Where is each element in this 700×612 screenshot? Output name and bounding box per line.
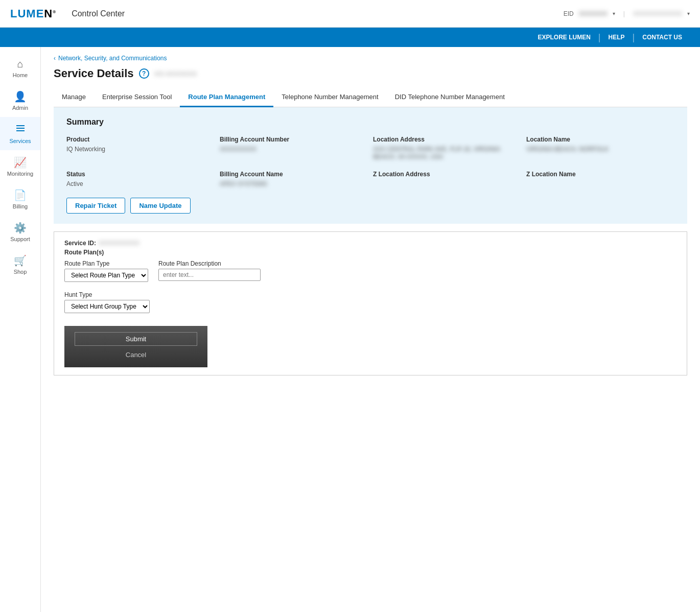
eid-label: EID bbox=[564, 10, 574, 17]
service-id-label: Service ID: bbox=[64, 240, 96, 247]
summary-grid: Product IQ Networking Billing Account Nu… bbox=[66, 136, 674, 187]
billing-icon: 📄 bbox=[14, 189, 27, 201]
status-label: Status bbox=[66, 171, 215, 178]
app-title: Control Center bbox=[72, 9, 125, 18]
summary-field-status: Status Active bbox=[66, 171, 215, 187]
page-title-row: Service Details ? VO-XXXXXXX bbox=[54, 67, 687, 80]
top-header: LUMEN® Control Center EID XXXXXXX ▾ | XX… bbox=[0, 0, 700, 28]
billing-account-name-value: APEX SYSTEMS bbox=[220, 180, 267, 187]
svg-rect-1 bbox=[16, 128, 25, 129]
summary-field-z-location-address: Z Location Address bbox=[373, 171, 521, 187]
billing-account-name-label: Billing Account Name bbox=[220, 171, 368, 178]
route-plan-description-input[interactable] bbox=[158, 269, 261, 281]
submit-cancel-area: Submit Cancel bbox=[64, 326, 207, 367]
help-icon[interactable]: ? bbox=[139, 68, 149, 79]
summary-field-billing-account-name: Billing Account Name APEX SYSTEMS bbox=[220, 171, 368, 187]
repair-ticket-button[interactable]: Repair Ticket bbox=[66, 198, 125, 214]
vo-id: VO-XXXXXXX bbox=[154, 70, 197, 78]
billing-account-number-value: XXXXXXXXX bbox=[220, 146, 256, 153]
summary-buttons: Repair Ticket Name Update bbox=[66, 198, 674, 214]
shop-icon: 🛒 bbox=[14, 254, 27, 267]
svg-rect-2 bbox=[16, 130, 25, 131]
sidebar-item-support[interactable]: ⚙️ Support bbox=[0, 216, 40, 248]
summary-field-location-address: Location Address XXX CENTRAL PARK AVE, F… bbox=[373, 136, 521, 160]
svg-rect-0 bbox=[16, 125, 25, 126]
sidebar-item-services[interactable]: Services bbox=[0, 117, 40, 150]
eid-dropdown-icon[interactable]: ▾ bbox=[613, 11, 615, 16]
home-icon: ⌂ bbox=[17, 58, 23, 70]
breadcrumb[interactable]: ‹ Network, Security, and Communications bbox=[54, 55, 687, 62]
tab-route-plan-management[interactable]: Route Plan Management bbox=[180, 88, 273, 107]
billing-account-number-label: Billing Account Number bbox=[220, 136, 368, 143]
sidebar-label-shop: Shop bbox=[14, 269, 27, 275]
sidebar-label-home: Home bbox=[13, 72, 28, 78]
tab-manage[interactable]: Manage bbox=[54, 88, 94, 107]
summary-title: Summary bbox=[66, 117, 674, 127]
route-plans-label: Route Plan(s) bbox=[64, 249, 676, 256]
sidebar-item-home[interactable]: ⌂ Home bbox=[0, 52, 40, 84]
breadcrumb-text: Network, Security, and Communications bbox=[58, 55, 167, 62]
service-id-value: XXXXXXXXXX bbox=[99, 240, 139, 247]
sidebar-label-services: Services bbox=[9, 138, 31, 144]
tab-enterprise-session-tool[interactable]: Enterprise Session Tool bbox=[94, 88, 180, 107]
sidebar-item-shop[interactable]: 🛒 Shop bbox=[0, 248, 40, 281]
product-value: IQ Networking bbox=[66, 146, 105, 153]
header-right: EID XXXXXXX ▾ | XXXXXXXXXXXX ▾ bbox=[564, 10, 690, 17]
tab-did-telephone-number-management[interactable]: DID Telephone Number Management bbox=[387, 88, 513, 107]
location-name-value: VIRGINIA BEACH, NORFOLK bbox=[526, 146, 609, 153]
sidebar-label-support: Support bbox=[10, 236, 30, 242]
help-link[interactable]: HELP bbox=[601, 28, 633, 47]
product-label: Product bbox=[66, 136, 215, 143]
explore-lumen-link[interactable]: EXPLORE LUMEN bbox=[530, 28, 598, 47]
name-update-button[interactable]: Name Update bbox=[130, 198, 190, 214]
breadcrumb-arrow: ‹ bbox=[54, 55, 56, 62]
summary-field-product: Product IQ Networking bbox=[66, 136, 215, 160]
sidebar-label-monitoring: Monitoring bbox=[7, 171, 33, 177]
z-location-name-label: Z Location Name bbox=[526, 171, 674, 178]
main-layout: ⌂ Home 👤 Admin Services 📈 Monitoring 📄 B… bbox=[0, 47, 700, 612]
summary-field-location-name: Location Name VIRGINIA BEACH, NORFOLK bbox=[526, 136, 674, 160]
monitoring-icon: 📈 bbox=[14, 156, 27, 169]
sidebar-label-admin: Admin bbox=[12, 105, 28, 111]
route-plan-description-label: Route Plan Description bbox=[158, 260, 261, 267]
hunt-type-label: Hunt Type bbox=[64, 291, 676, 298]
location-address-label: Location Address bbox=[373, 136, 521, 143]
sidebar-item-monitoring[interactable]: 📈 Monitoring bbox=[0, 150, 40, 183]
location-address-value: XXX CENTRAL PARK AVE, FLR 16, VIRGINIA B… bbox=[373, 146, 500, 160]
cancel-button[interactable]: Cancel bbox=[75, 348, 197, 361]
logo: LUMEN® bbox=[10, 7, 56, 20]
submit-button[interactable]: Submit bbox=[75, 332, 197, 346]
contact-us-link[interactable]: CONTACT US bbox=[635, 28, 690, 47]
service-id-row: Service ID: XXXXXXXXXX bbox=[64, 240, 676, 247]
content-area: ‹ Network, Security, and Communications … bbox=[41, 47, 700, 612]
tab-telephone-number-management[interactable]: Telephone Number Management bbox=[273, 88, 386, 107]
status-value: Active bbox=[66, 180, 83, 187]
location-name-label: Location Name bbox=[526, 136, 674, 143]
form-inline-route-plan: Route Plan Type Select Route Plan Type S… bbox=[64, 260, 676, 287]
sidebar-label-billing: Billing bbox=[13, 203, 28, 209]
support-icon: ⚙️ bbox=[14, 222, 27, 234]
route-plan-type-field: Route Plan Type Select Route Plan Type S… bbox=[64, 260, 148, 282]
sidebar-item-admin[interactable]: 👤 Admin bbox=[0, 84, 40, 117]
sidebar-item-billing[interactable]: 📄 Billing bbox=[0, 183, 40, 216]
z-location-address-label: Z Location Address bbox=[373, 171, 521, 178]
route-plan-type-select[interactable]: Select Route Plan Type Standard Advanced… bbox=[64, 269, 148, 282]
eid-value: XXXXXXX bbox=[579, 10, 608, 17]
sidebar: ⌂ Home 👤 Admin Services 📈 Monitoring 📄 B… bbox=[0, 47, 41, 612]
account-value: XXXXXXXXXXXX bbox=[633, 10, 682, 17]
account-dropdown-icon[interactable]: ▾ bbox=[687, 11, 690, 16]
tabs: Manage Enterprise Session Tool Route Pla… bbox=[54, 88, 687, 107]
hunt-type-select[interactable]: Select Hunt Group Type Circular Regular … bbox=[64, 300, 150, 313]
services-icon bbox=[15, 123, 26, 136]
hunt-type-field: Hunt Type Select Hunt Group Type Circula… bbox=[64, 291, 676, 313]
admin-icon: 👤 bbox=[14, 90, 27, 103]
page-title: Service Details bbox=[54, 67, 134, 80]
summary-field-billing-account-number: Billing Account Number XXXXXXXXX bbox=[220, 136, 368, 160]
route-plan-type-label: Route Plan Type bbox=[64, 260, 148, 267]
blue-nav: EXPLORE LUMEN | HELP | CONTACT US bbox=[0, 28, 700, 47]
summary-field-z-location-name: Z Location Name bbox=[526, 171, 674, 187]
route-plan-description-field: Route Plan Description bbox=[158, 260, 261, 281]
summary-section: Summary Product IQ Networking Billing Ac… bbox=[54, 107, 687, 224]
form-card: Service ID: XXXXXXXXXX Route Plan(s) Rou… bbox=[54, 231, 687, 375]
